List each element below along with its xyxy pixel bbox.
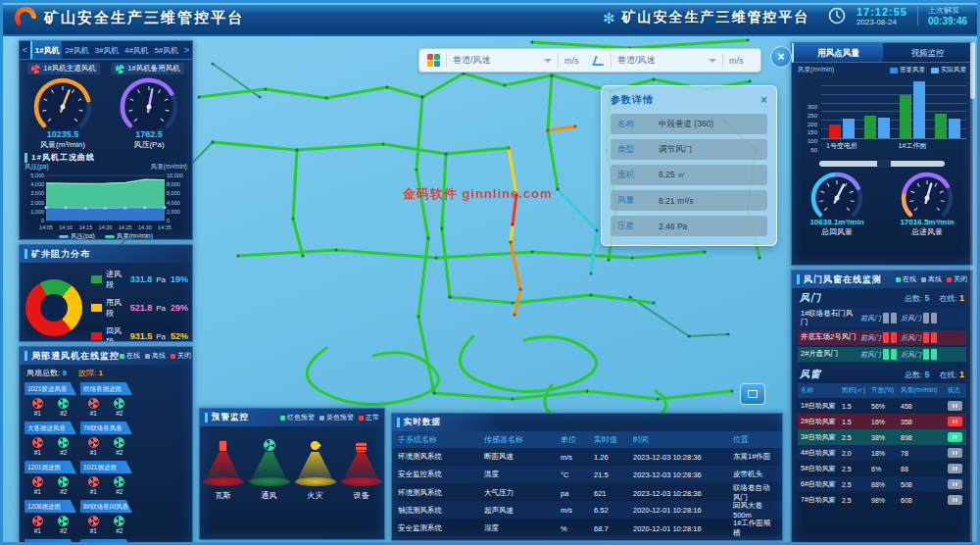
tab-airflow-points[interactable]: 用风点风量 (792, 43, 883, 63)
door-group-label: 前风门 (860, 350, 881, 360)
resistance-row: 用风段521.8Pa29% (91, 297, 188, 319)
fan-curve-chart: 001,0002,0002,0004,0003,0006,0004,0008,0… (20, 172, 192, 234)
fan-unit-label: #2 (114, 449, 124, 456)
legend-item: 关闭 (171, 351, 191, 361)
window-cell: 508 (901, 481, 948, 488)
fan-tab[interactable]: 3#风机 (92, 41, 122, 59)
door-row[interactable]: 2#片盘风门前风门后风门 (798, 347, 966, 362)
window-cell: 88% (871, 481, 901, 488)
beacon-label: 火灾 (294, 490, 337, 501)
measure-icon[interactable] (592, 56, 606, 66)
alert-beacon[interactable]: 瓦斯 (202, 436, 245, 501)
window-cell: 6#自动风窗 (801, 479, 842, 489)
window-row[interactable]: 3#自动风窗2.538%898 (798, 429, 966, 445)
window-row[interactable]: 4#自动风窗2.018%78 (798, 445, 966, 461)
local-fan-item[interactable]: 1201掘进面#1#2 (24, 461, 76, 496)
door-state-icon (923, 313, 929, 323)
alert-beacon[interactable]: 通风 (248, 436, 291, 501)
door-row[interactable]: 1#联络巷石门风门前风门后风门 (798, 308, 966, 328)
local-fan-item[interactable]: 1208掘进面#1#2 (24, 500, 76, 535)
tab-video-monitor[interactable]: 视频监控 (883, 43, 972, 63)
legend-label: 离线 (928, 274, 942, 284)
prev-tab-arrow[interactable]: < (20, 45, 30, 55)
local-fan-name: 10#1208掘进面 (80, 539, 132, 545)
local-fan-item[interactable]: 大巷掘进风巷#1#2 (24, 421, 76, 457)
right-panel-collapse-button[interactable]: × (770, 46, 792, 68)
realtime-row[interactable]: 轴流测风系统超声风速m/s6.522020-12-01 10:28:16回风大巷… (392, 501, 782, 519)
fan-icon (88, 476, 99, 487)
local-fan-item[interactable]: 1021掘进面#1#2 (80, 461, 132, 496)
local-fan-item[interactable]: 7#联络巷风巷#1#2 (80, 421, 132, 457)
unit-label-2: m/s (729, 56, 753, 66)
slice-value: 331.8 (128, 274, 153, 284)
realtime-col-header: 单位 (561, 434, 594, 445)
display-mode-select-1[interactable]: 巷道/风速 (453, 54, 552, 67)
layers-icon[interactable] (427, 54, 440, 67)
bar-需要风量 (829, 124, 841, 138)
window-col-header: 状态 (948, 386, 963, 395)
local-fan-unit: #1 (88, 437, 99, 456)
legend-label: 关闭 (954, 274, 967, 284)
local-fan-item[interactable]: 10#1208掘进面#1#2 (80, 539, 132, 545)
airflow-panel: 用风点风量 视频监控 风量(m³/min) 需要风量 实际风量 50100150… (791, 42, 973, 266)
dialog-field-row: 风量8.21 m³/s (611, 190, 767, 211)
total-return-air-label: 总回风量 (794, 226, 880, 237)
slice-color-swatch (91, 332, 102, 340)
dialog-field-label: 风量 (617, 195, 659, 207)
alert-title: 预警监控 (212, 412, 249, 423)
last-calc-label: 上次解算 (928, 5, 967, 16)
realtime-cell: 68.7 (594, 524, 633, 533)
window-cell: 38% (871, 434, 901, 441)
realtime-col-header: 时间 (633, 434, 733, 445)
door-row[interactable]: 井底车场2号风门前风门后风门 (798, 330, 966, 345)
local-fan-item[interactable]: 1021胶进风巷#1#2 (24, 382, 76, 418)
total-intake-air-value: 17016.5m³/min (884, 218, 970, 226)
realtime-cell: 安全监测系统 (398, 523, 484, 533)
dialog-field-row: 压差2.46 Pa (611, 216, 767, 236)
local-fan-item[interactable]: 8#联络巷回风巷#1#2 (80, 500, 132, 535)
chart-scrollbar[interactable] (819, 161, 945, 167)
page-scrollbar[interactable] (970, 42, 975, 542)
fan-tab[interactable]: 2#风机 (62, 41, 91, 59)
realtime-row[interactable]: 安全监控系统温度°C21.52023-12-03 10:28:36皮带机头 (392, 466, 782, 483)
door-state-group: 前风门 (860, 332, 897, 343)
fan-icon (88, 516, 99, 526)
realtime-row[interactable]: 环境测风系统大气压力pa6212023-12-03 10:28:36联络巷自动风… (392, 483, 782, 501)
beacon-cone (251, 452, 288, 481)
window-row[interactable]: 1#自动风窗1.556%458 (798, 398, 966, 414)
window-row[interactable]: 6#自动风窗2.588%508 (798, 476, 966, 492)
display-mode-select-2[interactable]: 巷道/风速 (617, 54, 716, 67)
window-row[interactable]: 7#自动风窗2.598%608 (798, 492, 966, 508)
local-fan-name: 7#联络巷风巷 (80, 421, 132, 434)
window-row[interactable]: 5#自动风窗2.56%88 (798, 461, 966, 476)
svg-text:0: 0 (41, 218, 44, 223)
realtime-cell: 风筒风速 (484, 540, 561, 541)
query-toolbar: 巷道/风速 m/s 巷道/风速 m/s (418, 48, 761, 73)
fan-icon (58, 437, 69, 448)
svg-text:6,000: 6,000 (167, 190, 180, 196)
fan-unit-label: #2 (114, 488, 124, 495)
realtime-row[interactable]: 安全监测系统湿度%68.72020-12-01 10:28:161#工作面顺槽 (392, 519, 782, 536)
total-intake-air-gauge: 17016.5m³/min 总进风量 (884, 170, 970, 237)
door-state-group: 前风门 (860, 349, 897, 360)
window-row[interactable]: 2#自动风窗1.516%358 (798, 414, 966, 429)
local-fan-item[interactable]: 9#1208掘进面#1#2 (24, 539, 76, 545)
dialog-close-icon[interactable]: × (760, 94, 767, 106)
local-fan-item[interactable]: 联络巷掘进面#1#2 (80, 382, 132, 418)
svg-text:5,000: 5,000 (30, 173, 44, 178)
chevron-down-icon (709, 59, 716, 63)
realtime-row[interactable]: 环境测风系统风筒风速m/s3.212020-12-01 10:28:162#联络… (392, 536, 782, 541)
slice-color-swatch (91, 275, 102, 283)
alert-beacon[interactable]: 火灾 (294, 436, 337, 501)
map-fullscreen-button[interactable] (740, 383, 765, 405)
fan-tab[interactable]: 1#风机 (30, 41, 62, 59)
realtime-cell: 皮带机头 (733, 470, 776, 479)
fan-tab[interactable]: 5#风机 (152, 41, 181, 59)
realtime-row[interactable]: 环境测风系统断面风速m/s1.262023-12-03 10:28:36东翼1#… (392, 448, 782, 466)
next-tab-arrow[interactable]: > (181, 45, 192, 55)
beacon-label: 通风 (248, 490, 291, 501)
realtime-cell: 联络巷自动风门 (733, 483, 776, 503)
svg-text:2,000: 2,000 (30, 200, 44, 206)
alert-beacon[interactable]: 设备 (340, 436, 383, 501)
fan-tab[interactable]: 4#风机 (122, 41, 151, 59)
